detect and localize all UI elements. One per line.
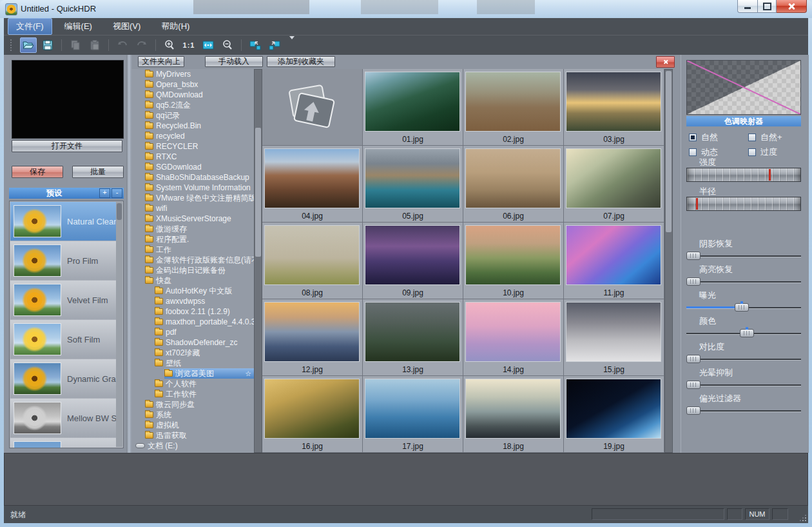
remove-preset-button[interactable]: - — [111, 188, 122, 198]
tree-item[interactable]: recycled — [131, 131, 254, 141]
tree-item[interactable]: wifi — [131, 203, 254, 214]
grid-scrollbar-thumb[interactable] — [666, 71, 672, 232]
image-cell[interactable]: 09.jpg — [363, 223, 463, 299]
tree-item[interactable]: qq5.2流金 — [131, 100, 254, 110]
image-cell[interactable]: 14.jpg — [463, 299, 564, 376]
tree-item[interactable]: QMDownload — [131, 90, 254, 100]
radio-icon[interactable] — [748, 134, 756, 141]
tonemap-mode-option[interactable]: 自然 — [689, 132, 748, 142]
browser-close-button[interactable] — [656, 56, 675, 68]
image-cell[interactable]: 18.jpg — [463, 376, 564, 453]
tree-item[interactable]: 金码出纳日记账备份 — [131, 265, 254, 275]
tree-item[interactable]: qq记录 — [131, 110, 254, 121]
tree-item[interactable]: 微云同步盘 — [131, 399, 254, 410]
image-cell[interactable]: 13.jpg — [363, 299, 463, 376]
tree-item[interactable]: 系统 — [131, 410, 254, 420]
radio-icon[interactable] — [689, 148, 697, 156]
tonemap-mode-option[interactable]: 过度 — [748, 147, 802, 157]
folder-up-cell[interactable] — [262, 69, 363, 146]
tree-item[interactable]: 金簿软件行政版账套信息(请不 — [131, 255, 254, 265]
image-cell[interactable]: 07.jpg — [564, 146, 664, 223]
tree-item[interactable]: 快盘 — [131, 275, 254, 286]
menu-item[interactable]: 文件(F) — [8, 18, 52, 35]
tonemap-mode-option[interactable]: 动态 — [689, 147, 748, 157]
slider-track[interactable] — [686, 275, 801, 288]
folder-up-button[interactable]: 文件夹向上 — [138, 56, 184, 67]
slider-thumb[interactable] — [686, 277, 701, 286]
tree-item[interactable]: 工作软件 — [131, 389, 254, 399]
tree-item[interactable]: Recycled.Bin — [131, 121, 254, 131]
manual-load-button[interactable]: 手动载入 — [205, 56, 263, 67]
fit-to-window-icon[interactable] — [200, 37, 217, 53]
image-cell[interactable]: 01.jpg — [363, 69, 463, 146]
batch-button[interactable]: 批量 — [72, 166, 124, 178]
slider-track[interactable] — [686, 352, 801, 366]
preset-item[interactable] — [10, 438, 122, 448]
copy-icon[interactable] — [67, 37, 84, 53]
image-cell[interactable]: 15.jpg — [564, 299, 664, 376]
favorite-star-icon[interactable] — [245, 370, 251, 378]
slider-marker[interactable] — [769, 169, 771, 181]
tree-item[interactable]: 工作 — [131, 244, 254, 255]
radio-icon[interactable] — [689, 134, 697, 141]
menu-item[interactable]: 视图(V) — [104, 18, 149, 35]
slider-thumb[interactable] — [740, 329, 754, 337]
preset-item[interactable]: Soft Film — [10, 320, 122, 359]
tree-item[interactable]: SGDownload — [131, 162, 254, 172]
tree-scrollbar[interactable] — [254, 69, 262, 453]
slider-thumb[interactable] — [686, 355, 701, 363]
image-cell[interactable]: 06.jpg — [463, 146, 564, 223]
tree-item[interactable]: 傲游缓存 — [131, 224, 254, 234]
slider-thumb[interactable] — [735, 303, 749, 312]
tree-item[interactable]: 文档 (E:) — [131, 441, 254, 451]
slider-track[interactable] — [686, 326, 801, 340]
tree-item[interactable]: VMware 绿色中文注册精简版 — [131, 193, 254, 203]
tree-item[interactable]: maxthon_portable_4.4.0.30 — [131, 317, 254, 327]
preset-scrollbar-thumb[interactable] — [117, 203, 122, 220]
image-cell[interactable]: 12.jpg — [262, 299, 363, 376]
close-button[interactable] — [777, 0, 807, 13]
preset-item[interactable]: Dynamic Grain — [10, 359, 122, 398]
rotate-right-icon[interactable] — [266, 37, 283, 53]
preset-item[interactable]: Natural Clean — [10, 202, 122, 241]
actual-size-icon[interactable]: 1:1 — [180, 37, 197, 53]
tree-item[interactable]: awxvdwpss — [131, 296, 254, 306]
slider-thumb[interactable] — [686, 381, 701, 389]
image-cell[interactable]: 11.jpg — [564, 223, 664, 299]
zoom-in-icon[interactable] — [161, 37, 178, 53]
image-cell[interactable]: 16.jpg — [262, 376, 363, 453]
redo-icon[interactable] — [133, 37, 150, 53]
image-cell[interactable]: 10.jpg — [463, 223, 564, 299]
preset-scrollbar[interactable] — [116, 202, 122, 447]
maximize-button[interactable] — [758, 0, 777, 13]
menu-item[interactable]: 帮助(H) — [153, 18, 198, 35]
image-cell[interactable]: 03.jpg — [564, 69, 664, 146]
slider-track[interactable] — [686, 197, 801, 211]
slider-thumb[interactable] — [686, 252, 701, 260]
toolbar-grip[interactable] — [10, 39, 14, 51]
resize-grip[interactable] — [800, 515, 806, 521]
tree-item[interactable]: foobox 2.11 (1.2.9) — [131, 306, 254, 317]
tree-item[interactable]: Opera_bsbx — [131, 79, 254, 90]
zoom-out-icon[interactable] — [219, 37, 236, 53]
slider-track[interactable] — [686, 249, 801, 263]
slider-thumb[interactable] — [686, 406, 701, 415]
slider-track[interactable] — [686, 404, 801, 417]
tree-item[interactable]: 壁纸 — [131, 358, 254, 368]
slider-track[interactable] — [686, 168, 801, 182]
slider-track[interactable] — [686, 378, 801, 392]
slider-track[interactable] — [686, 301, 801, 314]
tree-item[interactable]: ShaBoShiDatabaseBackup — [131, 172, 254, 183]
toolbar-overflow-icon[interactable] — [284, 39, 295, 51]
slider-marker[interactable] — [696, 198, 698, 210]
image-cell[interactable]: 05.jpg — [363, 146, 463, 223]
save-button[interactable]: 保存 — [12, 166, 63, 178]
minimize-button[interactable] — [737, 0, 758, 13]
image-cell[interactable]: 19.jpg — [564, 376, 664, 453]
open-file-icon[interactable] — [20, 37, 37, 53]
preset-item[interactable]: Velvet Film — [10, 281, 122, 319]
save-icon[interactable] — [39, 37, 56, 53]
tree-item[interactable]: 虚拟机 — [131, 420, 254, 430]
tree-item[interactable]: ShadowDefender_zc — [131, 337, 254, 348]
open-file-button[interactable]: 打开文件 — [12, 140, 122, 152]
